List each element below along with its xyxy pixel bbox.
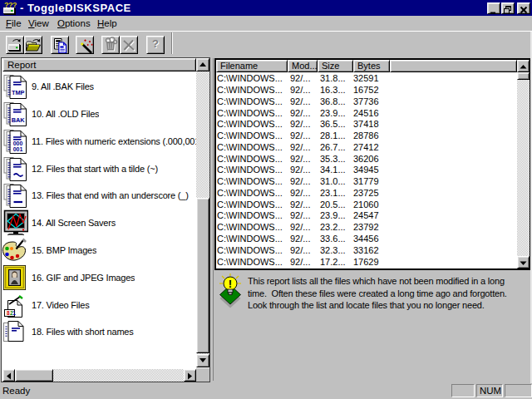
svg-text:1: 1 <box>12 310 16 316</box>
svg-text:000: 000 <box>13 140 23 146</box>
svg-text:BAK: BAK <box>12 116 26 124</box>
svg-text:!: ! <box>229 278 232 290</box>
svg-text:TMP: TMP <box>12 89 25 96</box>
svg-text:001: 001 <box>13 146 23 152</box>
